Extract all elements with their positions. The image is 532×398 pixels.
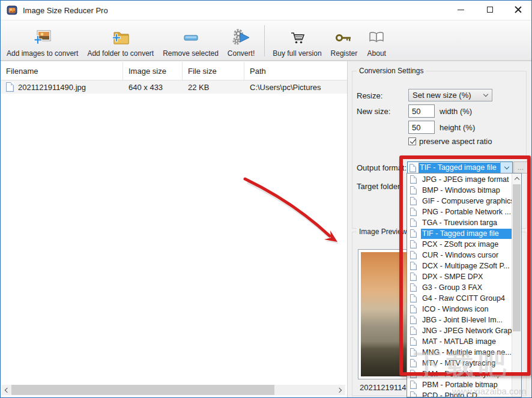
table-row[interactable]: 2021121911490.jpg 640 x 433 22 KB C:\Use… — [1, 80, 347, 94]
resize-label: Resize: — [357, 91, 382, 100]
file-format-icon — [410, 240, 417, 249]
dropdown-item[interactable]: JPG - JPEG image format — [407, 174, 512, 185]
dropdown-item[interactable]: G3 - Group 3 FAX — [407, 282, 512, 293]
column-header-image-size[interactable]: Image size — [123, 62, 183, 80]
file-format-icon — [410, 391, 417, 397]
app-logo-icon — [7, 5, 17, 16]
convert-button[interactable]: Convert! — [227, 24, 255, 58]
close-icon — [515, 6, 522, 13]
dropdown-item[interactable]: MTV - MTV raytracing — [407, 358, 512, 369]
dropdown-item-selected[interactable]: TIF - Tagged image file — [407, 228, 512, 239]
dropdown-item[interactable]: PNG - Portable Network ... — [407, 207, 512, 217]
register-button[interactable]: Register — [330, 24, 358, 58]
maximize-button[interactable] — [480, 2, 500, 17]
file-format-icon — [410, 283, 417, 292]
add-folder-icon — [110, 28, 131, 48]
dropdown-item[interactable]: PBM - Portable bitmap — [407, 379, 512, 390]
output-format-combobox[interactable]: TIF - Tagged image file — [407, 161, 513, 174]
add-images-icon — [32, 28, 53, 48]
remove-selected-button[interactable]: Remove selected — [162, 24, 219, 58]
height-unit-label: height (%) — [440, 123, 475, 132]
add-images-button[interactable]: Add images to convert — [6, 24, 79, 58]
height-input[interactable] — [408, 121, 435, 134]
dropdown-item[interactable]: MNG - Multiple image ne... — [407, 347, 512, 358]
file-format-icon — [410, 273, 417, 281]
dropdown-item[interactable]: PAM - Portable anymap — [407, 369, 512, 379]
title-bar: Image Size Reducer Pro — [1, 1, 531, 20]
toolbar-button-label: Buy full version — [273, 49, 321, 58]
chevron-left-icon — [5, 387, 10, 392]
file-format-icon — [410, 348, 417, 357]
file-format-icon — [410, 164, 416, 172]
browse-output-format-button[interactable]: ... — [513, 161, 528, 173]
resize-combobox[interactable]: Set new size (%) — [408, 89, 492, 101]
convert-gears-icon — [231, 28, 252, 48]
about-button[interactable]: About — [366, 24, 387, 58]
file-icon — [6, 82, 14, 92]
dropdown-item[interactable]: GIF - Compuserve graphics — [407, 196, 512, 207]
file-list: Filename Image size File size Path 20211… — [1, 61, 348, 397]
cell-filename: 2021121911490.jpg — [1, 80, 123, 94]
dropdown-item[interactable]: DCX - Multipage ZSoft P... — [407, 261, 512, 271]
dropdown-item[interactable]: JBG - Joint Bi-level Im... — [407, 315, 512, 325]
horizontal-scrollbar[interactable] — [1, 385, 345, 395]
shopping-cart-icon — [287, 28, 307, 48]
file-format-icon — [410, 327, 417, 335]
dropdown-item[interactable]: DPX - SMPE DPX — [407, 271, 512, 282]
preserve-aspect-ratio-checkbox[interactable]: preserve aspect ratio — [408, 137, 492, 146]
dropdown-item[interactable]: CUR - Windows cursor — [407, 250, 512, 261]
chevron-up-icon — [514, 176, 519, 181]
add-folder-button[interactable]: Add folder to convert — [86, 24, 154, 58]
dropdown-item[interactable]: JNG - JPEG Network Grap... — [407, 325, 512, 336]
dropdown-item[interactable]: TGA - Truevision targa — [407, 217, 512, 228]
scroll-up-button[interactable] — [512, 173, 521, 183]
dropdown-scrollbar[interactable] — [512, 173, 521, 397]
minimize-icon — [458, 10, 464, 10]
chevron-right-icon — [337, 387, 342, 392]
combobox-dropdown-button[interactable] — [500, 162, 512, 173]
resize-selected-value: Set new size (%) — [409, 91, 480, 100]
file-format-icon — [410, 251, 417, 259]
toolbar-button-label: Add folder to convert — [87, 49, 154, 58]
cell-image-size: 640 x 433 — [123, 80, 183, 94]
dropdown-items: JPG - JPEG image format BMP - Windows bi… — [407, 174, 512, 397]
column-header-filename[interactable]: Filename — [1, 62, 123, 80]
file-format-icon — [410, 175, 417, 184]
output-format-selected-value: TIF - Tagged image file — [419, 163, 500, 173]
width-unit-label: width (%) — [440, 107, 472, 116]
dropdown-item[interactable]: ICO - Windows icon — [407, 304, 512, 315]
file-format-icon — [410, 208, 417, 216]
minimize-button[interactable] — [451, 2, 470, 17]
file-format-icon — [410, 197, 417, 205]
toolbar-button-label: Add images to convert — [7, 49, 78, 58]
scroll-right-button[interactable] — [335, 385, 345, 395]
dropdown-item[interactable]: G4 - Raw CCITT Group4 — [407, 293, 512, 304]
buy-full-version-button[interactable]: Buy full version — [272, 24, 322, 58]
dropdown-item[interactable]: BMP - Windows bitmap — [407, 185, 512, 196]
file-format-icon — [410, 305, 417, 313]
file-format-icon — [410, 262, 417, 270]
close-button[interactable] — [509, 2, 528, 17]
column-header-file-size[interactable]: File size — [183, 62, 244, 80]
toolbar: Add images to convert Add folder to conv… — [1, 20, 531, 61]
file-format-icon — [410, 186, 417, 194]
scrollbar-thumb[interactable] — [513, 184, 521, 331]
toolbar-separator — [264, 25, 265, 56]
scroll-left-button[interactable] — [1, 385, 11, 395]
window-title: Image Size Reducer Pro — [23, 6, 108, 15]
dropdown-item[interactable]: MAT - MATLAB image — [407, 336, 512, 347]
app-window: Image Size Reducer Pro Add images to con… — [0, 0, 532, 398]
file-format-icon — [410, 294, 417, 303]
key-icon — [334, 28, 354, 48]
group-title: Conversion Settings — [357, 67, 426, 75]
file-format-icon — [410, 359, 417, 367]
width-input[interactable] — [408, 104, 435, 118]
toolbar-button-label: Remove selected — [163, 49, 219, 58]
column-header-path[interactable]: Path — [244, 62, 347, 80]
target-folder-label: Target folder: — [357, 182, 402, 191]
dropdown-item[interactable]: PCX - ZSoft pcx image — [407, 239, 512, 250]
file-format-icon — [410, 370, 417, 378]
dropdown-item[interactable]: PCD - Photo CD — [407, 390, 512, 397]
scrollbar-thumb[interactable] — [11, 385, 274, 395]
output-format-label: Output format: — [357, 163, 407, 172]
